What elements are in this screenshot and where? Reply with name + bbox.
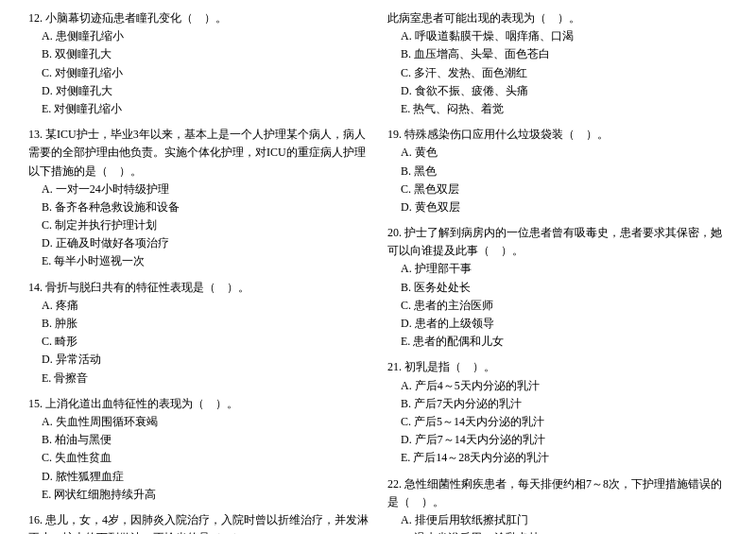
question-15: 15. 上消化道出血特征性的表现为（ ）。 A. 失血性周围循环衰竭 B. 柏油… [28, 395, 369, 504]
q18-opt-d: D. 食欲不振、疲倦、头痛 [387, 82, 728, 100]
q20-opt-d: D. 患者的上级领导 [387, 315, 728, 333]
question-19-text: 19. 特殊感染伤口应用什么垃圾袋装（ ）。 [387, 126, 728, 144]
question-12: 12. 小脑幕切迹疝患者瞳孔变化（ ）。 A. 患侧瞳孔缩小 B. 双侧瞳孔大 … [28, 9, 369, 118]
q13-opt-b: B. 备齐各种急救设施和设备 [28, 198, 369, 216]
q12-opt-c: C. 对侧瞳孔缩小 [28, 64, 369, 82]
right-column: 此病室患者可能出现的表现为（ ）。 A. 呼吸道黏膜干燥、咽痒痛、口渴 B. 血… [387, 9, 728, 534]
q21-opt-e: E. 产后14～28天内分泌的乳汁 [387, 449, 728, 467]
question-14-text: 14. 骨折与脱臼共有的特征性表现是（ ）。 [28, 279, 369, 297]
q15-opt-a: A. 失血性周围循环衰竭 [28, 413, 369, 431]
q19-opt-c: C. 黑色双层 [387, 181, 728, 198]
q20-opt-b: B. 医务处处长 [387, 279, 728, 297]
q20-opt-c: C. 患者的主治医师 [387, 297, 728, 315]
question-14: 14. 骨折与脱臼共有的特征性表现是（ ）。 A. 疼痛 B. 肿胀 C. 畸形… [28, 279, 369, 388]
q18-opt-e: E. 热气、闷热、着觉 [387, 100, 728, 118]
q21-opt-a: A. 产后4～5天内分泌的乳汁 [387, 377, 728, 395]
page-container: 12. 小脑幕切迹疝患者瞳孔变化（ ）。 A. 患侧瞳孔缩小 B. 双侧瞳孔大 … [28, 9, 728, 534]
q21-opt-b: B. 产后7天内分泌的乳汁 [387, 395, 728, 413]
q14-opt-c: C. 畸形 [28, 333, 369, 351]
q13-opt-c: C. 制定并执行护理计划 [28, 216, 369, 234]
question-13: 13. 某ICU护士，毕业3年以来，基本上是一个人护理某个病人，病人需要的全部护… [28, 126, 369, 271]
q15-opt-e: E. 网状红细胞持续升高 [28, 486, 369, 504]
q13-opt-d: D. 正确及时做好各项治疗 [28, 234, 369, 252]
question-20-text: 20. 护士了解到病房内的一位患者曾有吸毒史，患者要求其保密，她可以向谁提及此事… [387, 224, 728, 260]
question-13-text: 13. 某ICU护士，毕业3年以来，基本上是一个人护理某个病人，病人需要的全部护… [28, 126, 369, 181]
q15-opt-c: C. 失血性贫血 [28, 449, 369, 467]
question-21-text: 21. 初乳是指（ ）。 [387, 358, 728, 376]
q18-opt-a: A. 呼吸道黏膜干燥、咽痒痛、口渴 [387, 27, 728, 45]
question-16: 16. 患儿，女，4岁，因肺炎入院治疗，入院时曾以折维治疗，并发淋不止，护士的下… [28, 511, 369, 534]
q18-opt-c: C. 多汗、发热、面色潮红 [387, 64, 728, 82]
q14-opt-d: D. 异常活动 [28, 351, 369, 369]
question-20: 20. 护士了解到病房内的一位患者曾有吸毒史，患者要求其保密，她可以向谁提及此事… [387, 224, 728, 351]
q13-opt-e: E. 每半小时巡视一次 [28, 252, 369, 270]
question-15-text: 15. 上消化道出血特征性的表现为（ ）。 [28, 395, 369, 413]
two-column-layout: 12. 小脑幕切迹疝患者瞳孔变化（ ）。 A. 患侧瞳孔缩小 B. 双侧瞳孔大 … [28, 9, 728, 534]
question-18-right: 此病室患者可能出现的表现为（ ）。 A. 呼吸道黏膜干燥、咽痒痛、口渴 B. 血… [387, 9, 728, 118]
q14-opt-b: B. 肿胀 [28, 315, 369, 333]
question-22: 22. 急性细菌性痢疾患者，每天排便约相7～8次，下护理措施错误的是（ ）。 A… [387, 475, 728, 535]
question-12-text: 12. 小脑幕切迹疝患者瞳孔变化（ ）。 [28, 9, 369, 27]
left-column: 12. 小脑幕切迹疝患者瞳孔变化（ ）。 A. 患侧瞳孔缩小 B. 双侧瞳孔大 … [28, 9, 369, 534]
q20-opt-a: A. 护理部干事 [387, 260, 728, 278]
q12-opt-b: B. 双侧瞳孔大 [28, 45, 369, 63]
q19-opt-b: B. 黑色 [387, 163, 728, 181]
q19-opt-a: A. 黄色 [387, 144, 728, 162]
q13-opt-a: A. 一对一24小时特级护理 [28, 181, 369, 198]
q15-opt-d: D. 脓性狐狸血症 [28, 468, 369, 486]
q21-opt-c: C. 产后5～14天内分泌的乳汁 [387, 413, 728, 431]
q21-opt-d: D. 产后7～14天内分泌的乳汁 [387, 431, 728, 449]
q12-opt-a: A. 患侧瞳孔缩小 [28, 27, 369, 45]
question-22-text: 22. 急性细菌性痢疾患者，每天排便约相7～8次，下护理措施错误的是（ ）。 [387, 475, 728, 511]
q22-opt-b: B. 温水坐浴后用1T涂乳卡林 [387, 529, 728, 534]
q15-opt-b: B. 柏油与黑便 [28, 431, 369, 449]
q18-opt-b: B. 血压增高、头晕、面色苍白 [387, 45, 728, 63]
question-16-text: 16. 患儿，女，4岁，因肺炎入院治疗，入院时曾以折维治疗，并发淋不止，护士的下… [28, 511, 369, 534]
question-18-right-text: 此病室患者可能出现的表现为（ ）。 [387, 9, 728, 27]
q22-opt-a: A. 排便后用软纸擦拭肛门 [387, 511, 728, 529]
q19-opt-d: D. 黄色双层 [387, 198, 728, 216]
q20-opt-e: E. 患者的配偶和儿女 [387, 333, 728, 351]
q12-opt-d: D. 对侧瞳孔大 [28, 82, 369, 100]
q12-opt-e: E. 对侧瞳孔缩小 [28, 100, 369, 118]
question-19: 19. 特殊感染伤口应用什么垃圾袋装（ ）。 A. 黄色 B. 黑色 C. 黑色… [387, 126, 728, 216]
q14-opt-e: E. 骨擦音 [28, 370, 369, 388]
q14-opt-a: A. 疼痛 [28, 297, 369, 315]
question-21: 21. 初乳是指（ ）。 A. 产后4～5天内分泌的乳汁 B. 产后7天内分泌的… [387, 358, 728, 467]
